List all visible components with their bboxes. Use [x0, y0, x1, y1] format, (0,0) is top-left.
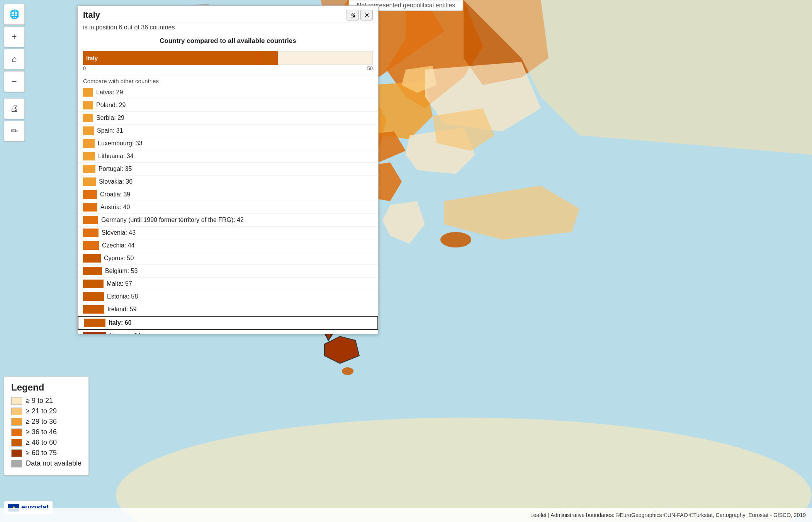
legend-item-label: ≥ 29 to 36 — [26, 418, 57, 426]
country-name-cell: Belgium: 53 — [105, 268, 373, 275]
country-list-row[interactable]: Italy: 60 — [78, 316, 378, 330]
country-bar-cell — [83, 241, 99, 250]
country-bar-cell — [83, 177, 96, 186]
country-bar-cell — [83, 332, 106, 334]
country-list-row[interactable]: Croatia: 39 — [78, 188, 378, 201]
legend-item-label: Data not available — [26, 459, 82, 467]
globe-button[interactable]: 🌐 — [4, 4, 25, 25]
svg-point-2 — [440, 232, 471, 247]
legend-item: Data not available — [11, 459, 82, 467]
country-bar-cell — [83, 254, 101, 263]
popup-panel: Italy 🖨 ✕ is in position 6 out of 36 cou… — [77, 5, 379, 334]
country-name-cell: Germany (until 1990 former territory of … — [101, 217, 373, 223]
zoom-out-button[interactable]: − — [4, 71, 25, 92]
country-name-cell: Poland: 29 — [96, 102, 373, 109]
chart-section: Country compared to all available countr… — [78, 34, 378, 75]
country-name-cell: Cyprus: 50 — [104, 255, 373, 262]
legend-item: ≥ 60 to 75 — [11, 449, 82, 457]
legend-color-swatch — [11, 439, 22, 447]
country-name-cell: Norway: 64 — [109, 333, 373, 334]
country-name-cell: Malta: 57 — [107, 280, 373, 287]
country-list-row[interactable]: Luxembourg: 33 — [78, 137, 378, 150]
country-bar-cell — [83, 165, 95, 173]
country-bar-cell — [83, 203, 97, 212]
country-list-row[interactable]: Norway: 64 — [78, 330, 378, 334]
popup-close-button[interactable]: ✕ — [360, 10, 373, 20]
country-list-row[interactable]: Slovakia: 36 — [78, 176, 378, 188]
legend-color-swatch — [11, 449, 22, 457]
country-name-cell: Estonia: 58 — [107, 293, 373, 300]
country-list-row[interactable]: Estonia: 58 — [78, 290, 378, 303]
svg-point-3 — [342, 367, 353, 375]
popup-title: Italy — [83, 10, 100, 20]
home-button[interactable]: ⌂ — [4, 49, 25, 70]
country-name-cell: Czechia: 44 — [102, 242, 373, 249]
country-name-cell: Spain: 31 — [97, 127, 373, 134]
country-list-row[interactable]: Ireland: 59 — [78, 303, 378, 316]
country-bar-cell — [83, 229, 99, 237]
legend-color-swatch — [11, 418, 22, 426]
country-bar-cell — [83, 88, 93, 97]
legend-item-label: ≥ 46 to 60 — [26, 438, 57, 447]
country-list-row[interactable]: Malta: 57 — [78, 278, 378, 290]
country-list-row[interactable]: Belgium: 53 — [78, 265, 378, 278]
country-name-cell: Lithuania: 34 — [98, 153, 373, 160]
country-list-row[interactable]: Slovenia: 43 — [78, 227, 378, 239]
country-bar-cell — [83, 126, 94, 135]
country-name-cell: Serbia: 29 — [96, 114, 373, 121]
legend-color-swatch — [11, 397, 22, 405]
zoom-in-button[interactable]: + — [4, 26, 25, 47]
chart-title: Country compared to all available countr… — [83, 37, 373, 45]
country-list-row[interactable]: Spain: 31 — [78, 125, 378, 137]
legend-item: ≥ 9 to 21 — [11, 397, 82, 405]
popup-header: Italy 🖨 ✕ — [78, 6, 378, 22]
legend-item: ≥ 29 to 36 — [11, 418, 82, 426]
legend-item: ≥ 46 to 60 — [11, 438, 82, 447]
country-bar-cell — [83, 139, 95, 148]
country-bar-cell — [83, 280, 104, 288]
country-bar-cell — [83, 190, 97, 199]
popup-print-button[interactable]: 🖨 — [347, 10, 359, 20]
toolbar: 🌐 + ⌂ − 🖨 ✏ — [4, 4, 25, 142]
country-bar-cell — [83, 101, 93, 109]
country-list-row[interactable]: Poland: 29 — [78, 99, 378, 112]
legend-item: ≥ 36 to 46 — [11, 428, 82, 436]
chart-bar-label: Italy — [86, 55, 98, 61]
country-list-row[interactable]: Lithuania: 34 — [78, 150, 378, 163]
country-name-cell: Portugal: 35 — [99, 165, 373, 172]
chart-axis: 0 50 — [83, 65, 373, 71]
country-bar-cell — [83, 114, 93, 122]
country-bar-cell — [83, 305, 104, 314]
country-list-row[interactable]: Portugal: 35 — [78, 163, 378, 176]
country-bar-cell — [84, 319, 105, 327]
country-list-row[interactable]: Austria: 40 — [78, 201, 378, 214]
country-name-cell: Latvia: 29 — [96, 89, 373, 96]
legend-item: ≥ 21 to 29 — [11, 407, 82, 415]
print-map-button[interactable]: 🖨 — [4, 98, 25, 119]
country-name-cell: Austria: 40 — [100, 204, 373, 211]
country-list-row[interactable]: Czechia: 44 — [78, 239, 378, 252]
chart-axis-mid: 50 — [367, 65, 373, 71]
legend-item-label: ≥ 60 to 75 — [26, 449, 57, 457]
country-name-cell: Italy: 60 — [109, 319, 372, 326]
country-bar-cell — [83, 152, 95, 160]
country-name-cell: Luxembourg: 33 — [98, 140, 373, 147]
legend-item-label: ≥ 36 to 46 — [26, 428, 57, 436]
country-list[interactable]: Latvia: 29Poland: 29Serbia: 29Spain: 31L… — [78, 86, 378, 334]
country-list-row[interactable]: Serbia: 29 — [78, 112, 378, 125]
pen-button[interactable]: ✏ — [4, 121, 25, 142]
attribution-footer: Leaflet | Administrative boundaries: ©Eu… — [0, 508, 812, 522]
country-list-row[interactable]: Germany (until 1990 former territory of … — [78, 214, 378, 227]
country-list-row[interactable]: Cyprus: 50 — [78, 252, 378, 265]
legend-title: Legend — [11, 382, 82, 393]
country-list-row[interactable]: Latvia: 29 — [78, 86, 378, 99]
legend-item-label: ≥ 9 to 21 — [26, 397, 53, 405]
popup-subtitle: is in position 6 out of 36 countries — [78, 22, 378, 34]
country-bar-cell — [83, 267, 102, 275]
legend-color-swatch — [11, 408, 22, 415]
country-name-cell: Croatia: 39 — [100, 191, 373, 198]
country-name-cell: Slovakia: 36 — [99, 178, 373, 185]
legend-panel: Legend ≥ 9 to 21 ≥ 21 to 29 ≥ 29 to 36 ≥… — [4, 376, 89, 476]
country-name-cell: Slovenia: 43 — [102, 229, 373, 236]
chart-bar-fill: Italy — [83, 51, 278, 65]
